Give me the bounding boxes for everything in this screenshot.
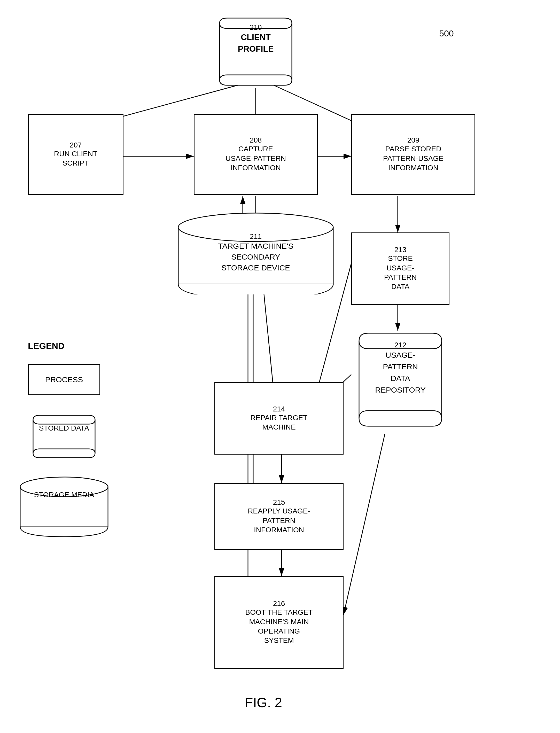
node-215: 215 REAPPLY USAGE-PATTERNINFORMATION — [214, 483, 344, 550]
node-214-label: REPAIR TARGETMACHINE — [251, 413, 308, 432]
legend-title: LEGEND — [28, 341, 65, 351]
node-209: 209 PARSE STOREDPATTERN-USAGEINFORMATION — [351, 114, 475, 195]
node-210-num: 210 — [212, 23, 300, 32]
node-211: 211 TARGET MACHINE'SSECONDARYSTORAGE DEV… — [176, 212, 336, 294]
diagram: 210 CLIENTPROFILE 500 207 RUN CLIENTSCRI… — [0, 0, 560, 733]
legend-process-box: PROCESS — [28, 364, 100, 395]
legend-storage-media-label: STORAGE MEDIA — [18, 491, 111, 499]
legend-process-label: PROCESS — [45, 375, 83, 384]
legend-stored-data: STORED DATA — [28, 413, 100, 460]
fig-label: FIG. 2 — [212, 695, 315, 710]
node-213: 213 STOREUSAGE-PATTERNDATA — [351, 232, 449, 305]
node-216-label: BOOT THE TARGETMACHINE'S MAINOPERATINGSY… — [245, 608, 313, 645]
node-214-num: 214 — [273, 405, 285, 413]
node-209-label: PARSE STOREDPATTERN-USAGEINFORMATION — [383, 144, 444, 173]
node-216: 216 BOOT THE TARGETMACHINE'S MAINOPERATI… — [214, 576, 344, 669]
node-207-num: 207 — [70, 141, 82, 149]
node-208: 208 CAPTUREUSAGE-PATTERNINFORMATION — [194, 114, 318, 195]
svg-line-15 — [344, 434, 385, 615]
node-207-label: RUN CLIENTSCRIPT — [54, 149, 97, 168]
node-215-num: 215 — [273, 498, 285, 506]
node-211-label: TARGET MACHINE'SSECONDARYSTORAGE DEVICE — [176, 241, 336, 273]
node-208-num: 208 — [250, 136, 262, 144]
node-210-label: CLIENTPROFILE — [212, 32, 300, 55]
legend-storage-media: STORAGE MEDIA — [18, 475, 111, 537]
node-215-label: REAPPLY USAGE-PATTERNINFORMATION — [248, 506, 310, 535]
node-213-label: STOREUSAGE-PATTERNDATA — [384, 254, 417, 292]
legend-stored-data-label: STORED DATA — [28, 424, 100, 432]
node-214: 214 REPAIR TARGETMACHINE — [214, 382, 344, 455]
ref-500: 500 — [439, 28, 454, 38]
node-212-num: 212 — [351, 341, 449, 349]
node-209-num: 209 — [407, 136, 419, 144]
node-212-label: USAGE-PATTERNDATAREPOSITORY — [351, 349, 449, 396]
node-213-num: 213 — [394, 246, 407, 254]
node-208-label: CAPTUREUSAGE-PATTERNINFORMATION — [225, 144, 286, 173]
node-212: 212 USAGE-PATTERNDATAREPOSITORY — [351, 331, 449, 429]
svg-line-12 — [263, 289, 274, 393]
node-216-num: 216 — [273, 599, 285, 608]
node-211-num: 211 — [176, 232, 336, 241]
node-210: 210 CLIENTPROFILE — [212, 15, 300, 88]
node-207: 207 RUN CLIENTSCRIPT — [28, 114, 123, 195]
